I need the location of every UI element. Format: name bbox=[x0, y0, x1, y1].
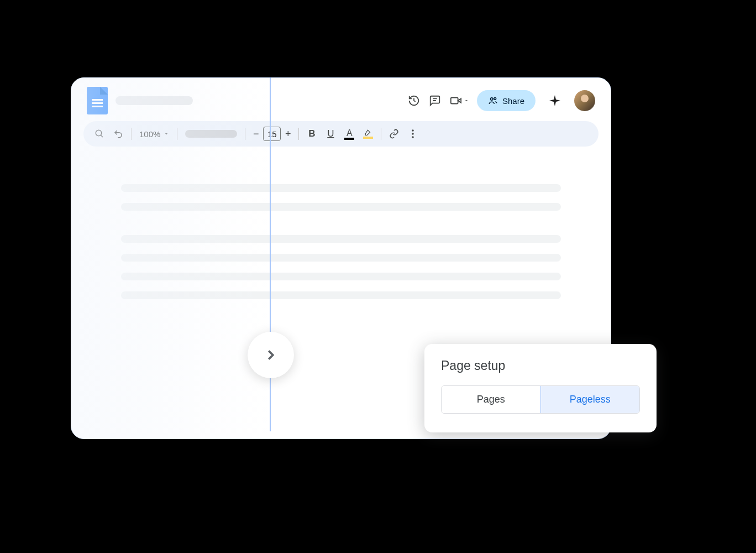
page-setup-card: Page setup Pages Pageless bbox=[424, 344, 657, 432]
chevron-down-icon bbox=[464, 98, 469, 103]
divider bbox=[245, 128, 245, 140]
text-color-button[interactable]: A bbox=[341, 126, 358, 142]
font-size-input[interactable]: 15 bbox=[263, 127, 281, 141]
toolbar: 100% − 15 + B U A bbox=[83, 121, 599, 147]
divider bbox=[298, 128, 299, 140]
svg-point-9 bbox=[412, 133, 414, 135]
svg-point-5 bbox=[494, 97, 496, 100]
search-icon[interactable] bbox=[91, 126, 108, 142]
text-placeholder bbox=[121, 184, 561, 192]
text-placeholder bbox=[121, 291, 561, 299]
zoom-dropdown[interactable]: 100% bbox=[136, 129, 172, 139]
increase-font-button[interactable]: + bbox=[282, 128, 294, 140]
divider bbox=[131, 128, 132, 140]
svg-rect-2 bbox=[451, 98, 458, 104]
text-placeholder bbox=[121, 235, 561, 243]
insert-link-button[interactable] bbox=[386, 126, 402, 142]
svg-point-10 bbox=[412, 136, 414, 138]
pageless-mode-button[interactable]: Pageless bbox=[540, 386, 640, 413]
share-label: Share bbox=[502, 96, 524, 106]
expand-chevron-button[interactable] bbox=[248, 332, 294, 378]
document-title-placeholder[interactable] bbox=[116, 96, 193, 105]
page-boundary-line bbox=[270, 77, 271, 431]
svg-line-7 bbox=[101, 135, 103, 137]
page-setup-title: Page setup bbox=[441, 358, 640, 373]
more-options-icon[interactable] bbox=[405, 126, 421, 142]
divider bbox=[177, 128, 177, 140]
highlight-color-button[interactable] bbox=[360, 126, 376, 142]
underline-button[interactable]: U bbox=[322, 126, 339, 142]
ai-sparkle-icon[interactable] bbox=[548, 93, 562, 108]
share-button[interactable]: Share bbox=[477, 90, 536, 111]
user-avatar[interactable] bbox=[574, 90, 595, 111]
docs-logo-icon[interactable] bbox=[87, 87, 108, 114]
text-placeholder bbox=[121, 203, 561, 211]
history-icon[interactable] bbox=[407, 94, 421, 107]
divider bbox=[381, 128, 381, 140]
font-size-controls: − 15 + bbox=[250, 127, 294, 141]
people-icon bbox=[488, 96, 498, 106]
zoom-value: 100% bbox=[139, 129, 160, 139]
video-call-button[interactable] bbox=[449, 94, 469, 107]
decrease-font-button[interactable]: − bbox=[250, 128, 262, 140]
page-mode-toggle: Pages Pageless bbox=[441, 385, 640, 414]
font-family-placeholder[interactable] bbox=[185, 130, 237, 138]
svg-point-8 bbox=[412, 129, 414, 132]
svg-point-6 bbox=[96, 130, 102, 136]
bold-button[interactable]: B bbox=[303, 126, 320, 142]
video-icon bbox=[449, 94, 463, 107]
text-placeholder bbox=[121, 273, 561, 280]
comment-icon[interactable] bbox=[428, 94, 442, 107]
svg-point-4 bbox=[490, 98, 493, 101]
undo-icon[interactable] bbox=[110, 126, 127, 142]
chevron-down-icon bbox=[164, 131, 169, 137]
chevron-right-icon bbox=[262, 347, 279, 363]
header: Share bbox=[71, 78, 611, 121]
text-placeholder bbox=[121, 254, 561, 262]
pages-mode-button[interactable]: Pages bbox=[442, 386, 540, 413]
